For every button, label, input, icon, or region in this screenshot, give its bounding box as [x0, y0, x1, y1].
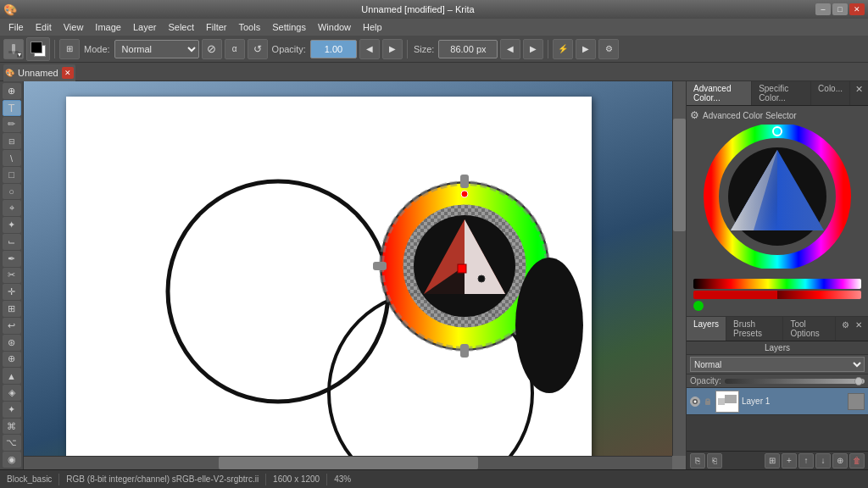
- opacity-input[interactable]: [310, 40, 357, 58]
- menu-tools[interactable]: Tools: [234, 21, 266, 33]
- settings-icon[interactable]: ⚙: [690, 109, 699, 121]
- color-gradient-bar[interactable]: [777, 291, 861, 299]
- paste-layer-button[interactable]: ⎗: [707, 453, 722, 469]
- tool-smart-selection[interactable]: ◉: [3, 452, 21, 468]
- size-down[interactable]: ◀: [500, 39, 520, 59]
- tool-selection-pen[interactable]: ⌥: [3, 435, 21, 451]
- tool-transform[interactable]: ⊕: [3, 83, 21, 99]
- doc-tab-name[interactable]: Unnamed: [18, 68, 58, 78]
- tool-rotate[interactable]: ↩: [3, 318, 21, 334]
- menu-image[interactable]: Image: [90, 21, 126, 33]
- tool-options-tab[interactable]: Tool Options: [783, 317, 836, 341]
- tool-crop[interactable]: ✂: [3, 268, 21, 284]
- menu-file[interactable]: File: [3, 21, 29, 33]
- opacity-down[interactable]: ◀: [359, 39, 380, 59]
- tab-specific-color[interactable]: Specific Color...: [752, 81, 811, 105]
- doc-tab-close[interactable]: ✕: [62, 67, 74, 79]
- selected-color-display[interactable]: [693, 291, 777, 299]
- layer-item[interactable]: Layer 1: [687, 388, 868, 415]
- svg-rect-16: [460, 344, 469, 358]
- tool-filter-brush[interactable]: ⌘: [3, 419, 21, 435]
- tool-eraser[interactable]: ⊟: [3, 133, 21, 149]
- layer-alpha-lock[interactable]: [703, 396, 713, 407]
- menu-settings[interactable]: Settings: [267, 21, 311, 33]
- adv-color-title: ⚙ Advanced Color Selector: [690, 109, 865, 121]
- menu-view[interactable]: View: [58, 21, 89, 33]
- minimize-button[interactable]: –: [815, 3, 831, 15]
- tool-pen[interactable]: ✒: [3, 251, 21, 267]
- move-layer-down[interactable]: ↓: [815, 453, 831, 469]
- play-btn[interactable]: ▶: [576, 39, 596, 59]
- blend-mode-select[interactable]: Normal: [114, 40, 199, 58]
- tool-smart-patch[interactable]: ⊛: [3, 335, 21, 351]
- opacity-up[interactable]: ▶: [382, 39, 403, 59]
- opacity-thumb[interactable]: [854, 377, 863, 385]
- tool-brush[interactable]: T: [3, 100, 21, 116]
- size-up[interactable]: ▶: [523, 39, 543, 59]
- status-sep-1: [58, 474, 59, 485]
- tool-clone[interactable]: ⊕: [3, 352, 21, 368]
- tool-lasso[interactable]: ⌖: [3, 200, 21, 216]
- tool-freehand[interactable]: ✦: [3, 217, 21, 233]
- color-spectrum-bar[interactable]: [693, 279, 861, 289]
- tab-advanced-color[interactable]: Advanced Color...: [687, 81, 752, 105]
- layers-tab[interactable]: Layers: [687, 317, 726, 341]
- tool-move[interactable]: ✛: [3, 284, 21, 300]
- tool-path[interactable]: ⌙: [3, 234, 21, 250]
- copy-layer-button[interactable]: ⎘: [690, 453, 705, 469]
- menu-layer[interactable]: Layer: [128, 21, 162, 33]
- size-label: Size:: [412, 44, 436, 54]
- tool-rect-select[interactable]: □: [3, 167, 21, 183]
- svg-point-3: [168, 181, 388, 402]
- svg-rect-15: [460, 175, 469, 188]
- layer-blend-mode[interactable]: Normal: [690, 357, 865, 372]
- app-icon: 🎨: [3, 3, 17, 16]
- statusbar: Block_basic RGB (8-bit integer/channel) …: [0, 469, 868, 488]
- size-input[interactable]: [438, 40, 498, 58]
- brush-presets-tab[interactable]: Brush Presets: [726, 317, 783, 341]
- brush-preset-grid[interactable]: ⊞: [59, 39, 80, 59]
- tool-gradient[interactable]: ◈: [3, 385, 21, 401]
- eraser-toggle[interactable]: ⊘: [202, 39, 222, 59]
- maximize-button[interactable]: □: [832, 3, 848, 15]
- color-wheel-panel[interactable]: [701, 125, 854, 277]
- tab-colo[interactable]: Colo...: [811, 81, 850, 105]
- tool-zoom[interactable]: ⊞: [3, 301, 21, 317]
- extra-btn[interactable]: ⚙: [598, 39, 619, 59]
- reset-rotation[interactable]: ↺: [248, 39, 268, 59]
- opacity-label: Opacity:: [270, 44, 308, 54]
- canvas-area[interactable]: [24, 81, 686, 469]
- layers-panel-close[interactable]: ✕: [853, 319, 865, 330]
- menu-filter[interactable]: Filter: [201, 21, 231, 33]
- fg-bg-color[interactable]: [26, 37, 50, 61]
- opacity-slider[interactable]: [725, 379, 865, 384]
- layer-thumbnail: [715, 391, 739, 413]
- doc-tab-icon: 🎨: [5, 69, 14, 77]
- alpha-lock[interactable]: α: [225, 39, 245, 59]
- mirror-h[interactable]: ⚡: [553, 39, 573, 59]
- brush-tool-button[interactable]: ▼: [3, 39, 24, 59]
- layer-name[interactable]: Layer 1: [742, 396, 845, 406]
- canvas-document[interactable]: [66, 97, 592, 469]
- menu-select[interactable]: Select: [163, 21, 199, 33]
- close-panel-button[interactable]: ✕: [850, 81, 868, 105]
- delete-layer[interactable]: 🗑: [849, 453, 865, 469]
- add-layer-button[interactable]: +: [782, 453, 797, 469]
- tool-text[interactable]: ✏: [3, 117, 21, 133]
- tool-eyedrop[interactable]: ✦: [3, 402, 21, 418]
- menu-window[interactable]: Window: [313, 21, 356, 33]
- duplicate-layer[interactable]: ⊕: [832, 453, 848, 469]
- tool-ellipse-select[interactable]: ○: [3, 184, 21, 200]
- menu-help[interactable]: Help: [358, 21, 387, 33]
- close-button[interactable]: ✕: [849, 3, 865, 15]
- layer-toolbar: ⎘ ⎗ ⊞ + ↑ ↓ ⊕ 🗑: [687, 451, 868, 469]
- move-layer-up[interactable]: ↑: [798, 453, 814, 469]
- horizontal-scrollbar[interactable]: [24, 456, 672, 469]
- menu-edit[interactable]: Edit: [31, 21, 57, 33]
- add-group-button[interactable]: ⊞: [765, 453, 780, 469]
- vertical-scrollbar[interactable]: [672, 81, 686, 456]
- layers-panel-settings[interactable]: ⚙: [839, 319, 851, 330]
- layer-visibility-toggle[interactable]: [690, 396, 700, 407]
- tool-line[interactable]: \: [3, 150, 21, 166]
- tool-fill[interactable]: ▲: [3, 368, 21, 384]
